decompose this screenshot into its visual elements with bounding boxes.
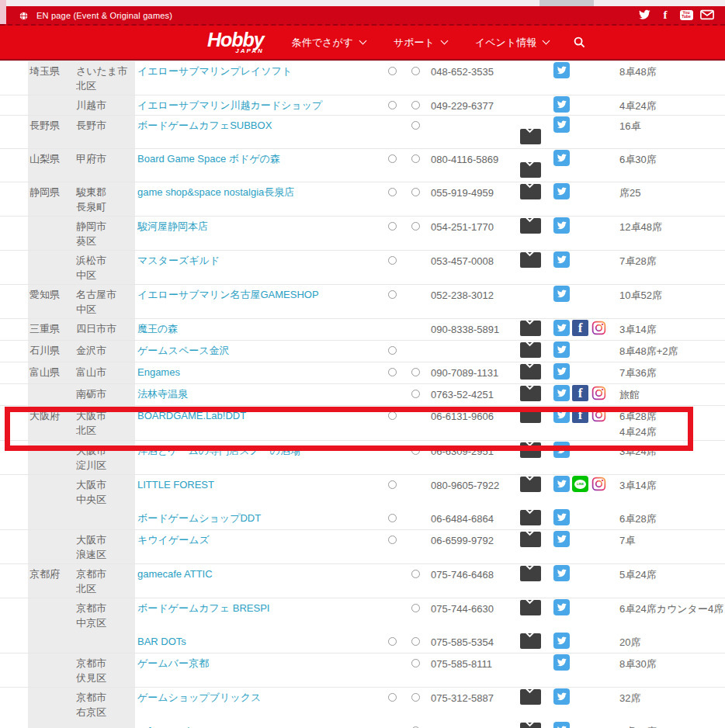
shop-name-cell: Engames (135, 362, 380, 380)
shop-link[interactable]: ボードゲームカフェSUBBOX (137, 120, 272, 131)
search-icon[interactable] (574, 36, 585, 48)
instagram-icon[interactable] (591, 476, 607, 492)
youtube-icon[interactable]: YouTube (679, 9, 693, 21)
shop-link[interactable]: ゲームショップブリックス (137, 692, 261, 703)
shop-name-cell: LITTLE FOREST (135, 475, 380, 492)
facebook-icon[interactable]: f (572, 407, 588, 423)
email-icon[interactable] (520, 442, 541, 458)
social-icons-cell (545, 116, 614, 133)
twitter-icon[interactable] (553, 96, 570, 113)
shop-link[interactable]: game shop&space nostalgia長泉店 (137, 186, 294, 198)
email-icon[interactable] (520, 689, 541, 705)
twitter-icon[interactable] (553, 442, 570, 458)
shop-link[interactable]: 洋酒とゲームの専門店スノーの酒場 (137, 445, 300, 456)
shop-link[interactable]: ボードゲームカフェ BRESPI (137, 602, 269, 614)
email-icon[interactable] (520, 633, 541, 649)
twitter-icon[interactable] (553, 565, 570, 581)
shop-link[interactable]: イエローサブマリン名古屋GAMESHOP (137, 289, 319, 300)
email-icon[interactable] (520, 723, 541, 728)
twitter-icon[interactable] (553, 688, 570, 705)
twitter-icon[interactable] (553, 183, 570, 199)
twitter-icon[interactable] (553, 363, 570, 380)
en-page-link[interactable]: EN page (Event & Original games) (36, 11, 172, 20)
email-icon[interactable] (520, 407, 541, 423)
twitter-icon[interactable] (553, 320, 570, 336)
shop-link[interactable]: 魔王の森 (137, 323, 178, 335)
shop-link[interactable]: Board Game Space ボドゲの森 (137, 153, 280, 165)
email-icon[interactable] (520, 342, 541, 358)
shop-link[interactable]: LITTLE FOREST (137, 479, 214, 491)
line-icon[interactable]: LINE (572, 476, 588, 492)
menu-support[interactable]: サポート (394, 36, 447, 50)
instagram-icon[interactable] (591, 407, 607, 423)
phone-number: 06-6309-2951 (427, 441, 508, 459)
facebook-icon[interactable]: f (572, 320, 588, 336)
facebook-icon[interactable]: f (572, 385, 588, 401)
twitter-icon[interactable] (553, 62, 570, 78)
email-icon[interactable] (520, 600, 541, 615)
email-icon[interactable] (520, 532, 541, 547)
prefecture-cell: 愛知県 (28, 285, 75, 318)
table-row: 富山県富山市Engames090-7089-11317卓36席 (0, 362, 725, 383)
email-cell (508, 632, 545, 653)
email-icon[interactable] (520, 510, 541, 525)
twitter-icon[interactable] (553, 341, 570, 358)
shop-link[interactable]: 法林寺温泉 (137, 388, 188, 400)
shop-link[interactable]: ゲームバー京都 (137, 657, 209, 669)
twitter-icon[interactable] (553, 509, 570, 525)
instagram-icon[interactable] (591, 320, 607, 336)
shop-link[interactable]: 駿河屋静岡本店 (137, 220, 208, 232)
twitter-icon[interactable] (553, 633, 570, 649)
twitter-icon[interactable] (553, 654, 570, 671)
menu-event-info[interactable]: イベント情報 (475, 36, 549, 50)
prefecture-cell (28, 475, 75, 508)
social-icons-cell (545, 508, 614, 525)
shop-link[interactable]: イエローサブマリンプレイソフト (137, 65, 292, 77)
twitter-icon[interactable] (553, 722, 570, 728)
twitter-icon[interactable] (553, 217, 570, 234)
email-icon[interactable] (520, 364, 541, 380)
email-icon[interactable] (520, 218, 541, 234)
twitter-icon[interactable] (637, 9, 651, 21)
play-space-mark-cell (380, 406, 404, 420)
menu-search-by-condition[interactable]: 条件でさがす (292, 36, 366, 50)
seats-info: 32席 (614, 688, 725, 706)
twitter-icon[interactable] (553, 251, 570, 268)
twitter-icon[interactable] (553, 150, 570, 166)
instagram-icon[interactable] (591, 385, 607, 401)
email-cell (508, 598, 545, 619)
shop-link[interactable]: Engames (137, 366, 180, 378)
twitter-icon[interactable] (553, 385, 570, 401)
twitter-icon[interactable] (553, 286, 570, 302)
shop-link[interactable]: マスターズギルド (137, 255, 220, 266)
email-icon[interactable] (520, 184, 541, 199)
shop-link[interactable]: ボードゲームショップDDT (137, 512, 261, 524)
twitter-icon[interactable] (553, 599, 570, 615)
email-icon[interactable] (520, 321, 541, 336)
twitter-icon[interactable] (553, 407, 570, 423)
phone-number: 054-251-1770 (427, 217, 508, 234)
email-icon[interactable] (520, 566, 541, 581)
shop-link[interactable]: イエローサブマリン川越カードショップ (137, 99, 322, 111)
shop-link[interactable]: キウイゲームズ (137, 534, 210, 546)
email-icon[interactable] (520, 252, 541, 268)
shop-link[interactable]: ゲームスペース金沢 (137, 345, 230, 356)
shop-mark-cell (404, 598, 427, 612)
twitter-icon[interactable] (553, 476, 570, 492)
hobby-japan-logo[interactable]: Hobby JAPAN (207, 30, 264, 54)
shop-link[interactable]: BAR DOTs (137, 636, 186, 647)
twitter-icon[interactable] (553, 116, 570, 133)
twitter-icon[interactable] (553, 531, 570, 547)
facebook-icon[interactable]: f (658, 9, 672, 21)
seats-info: 6卓28席 4卓24席 (614, 406, 725, 440)
city-cell: 京都市 中京区 (75, 598, 135, 632)
chevron-down-icon (359, 37, 367, 45)
email-icon[interactable] (520, 162, 541, 178)
shop-link[interactable]: gamecafe ATTIC (137, 568, 213, 580)
shop-link[interactable]: BOARDGAME.Lab!DDT (137, 410, 246, 421)
email-icon[interactable] (520, 386, 541, 401)
mail-icon[interactable] (700, 9, 714, 21)
shop-link[interactable]: cafe comedy (137, 725, 195, 728)
email-icon[interactable] (520, 129, 541, 144)
email-icon[interactable] (520, 477, 541, 492)
